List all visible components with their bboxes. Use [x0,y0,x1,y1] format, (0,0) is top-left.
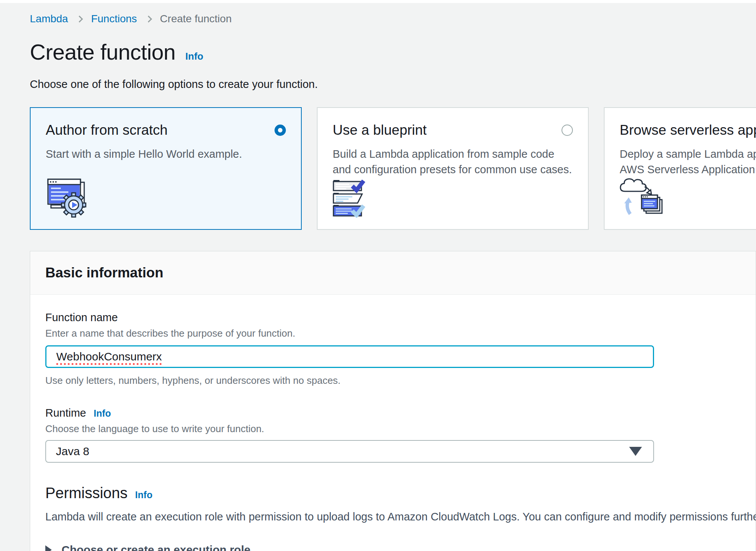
blueprint-list-icon [333,178,372,219]
creation-option-cards: Author from scratch Start with a simple … [30,107,756,230]
function-name-value: WebhookConsumerx [56,350,162,363]
basic-information-header: Basic information [30,251,756,295]
triangle-right-icon [45,545,52,551]
card-description: Start with a simple Hello World example. [46,146,286,162]
breadcrumb-current-page: Create function [160,13,232,25]
runtime-label: Runtime [45,407,86,419]
breadcrumb-chevron-icon [145,15,152,22]
basic-information-panel: Basic information Function name Enter a … [30,251,756,551]
permissions-info-link[interactable]: Info [135,489,153,500]
breadcrumb-functions[interactable]: Functions [91,13,137,25]
function-name-constraint: Use only letters, numbers, hyphens, or u… [45,375,741,386]
window-gear-icon [46,177,88,219]
card-author-from-scratch[interactable]: Author from scratch Start with a simple … [30,107,302,230]
function-name-helper: Enter a name that describes the purpose … [45,328,741,339]
execution-role-expander-label: Choose or create an execution role [62,543,250,551]
runtime-selected-value: Java 8 [56,445,89,458]
card-description-line: AWS Serverless Application R [620,162,756,177]
runtime-helper: Choose the language to use to write your… [45,423,741,435]
card-title: Browse serverless app [620,122,756,138]
page-title: Create function [30,39,176,65]
card-title: Use a blueprint [333,122,427,138]
card-use-a-blueprint[interactable]: Use a blueprint Build a Lambda applicati… [317,107,589,230]
function-name-input[interactable]: WebhookConsumerx [45,345,654,368]
radio-selected-icon[interactable] [275,125,286,136]
breadcrumb-chevron-icon [76,15,83,22]
card-browse-serverless-app[interactable]: Browse serverless app Deploy a sample La… [604,107,756,230]
chevron-down-icon [629,447,642,456]
intro-text: Choose one of the following options to c… [30,78,756,91]
function-name-label: Function name [45,311,741,324]
cloud-deploy-icon [620,176,666,219]
card-description-line: Deploy a sample Lambda app [620,146,756,162]
breadcrumb-lambda[interactable]: Lambda [30,13,68,25]
permissions-description: Lambda will create an execution role wit… [45,511,741,523]
runtime-select[interactable]: Java 8 [45,440,654,463]
runtime-info-link[interactable]: Info [94,408,111,419]
radio-unselected-icon[interactable] [562,125,573,136]
breadcrumb: Lambda Functions Create function [30,3,756,25]
permissions-title: Permissions [45,485,128,502]
execution-role-expander[interactable]: Choose or create an execution role [45,543,741,551]
card-title: Author from scratch [46,122,168,138]
basic-information-title: Basic information [45,265,741,281]
page-content: Lambda Functions Create function Create … [0,3,756,551]
page-title-info-link[interactable]: Info [185,51,204,62]
card-description: Build a Lambda application from sample c… [333,148,572,175]
top-edge-strip [0,0,756,3]
